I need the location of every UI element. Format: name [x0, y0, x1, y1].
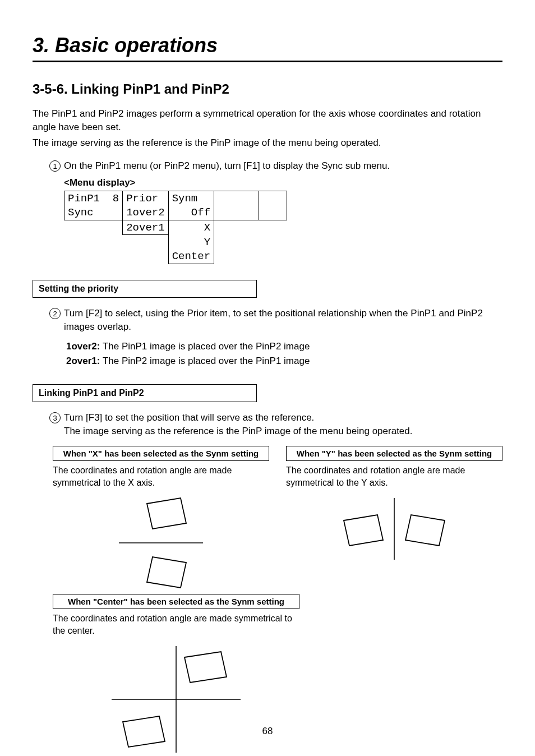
menu-cell: [214, 191, 259, 206]
step-2: 2 Turn [F2] to select, using the Prior i…: [49, 307, 502, 334]
def-text: The PinP2 image is placed over the PinP1…: [100, 356, 310, 366]
synm-y-heading: When "Y" has been selected as the Synm s…: [286, 446, 502, 461]
svg-marker-8: [185, 652, 227, 683]
synm-center-body: The coordinates and rotation angle are m…: [53, 612, 299, 638]
synm-x-body: The coordinates and rotation angle are m…: [53, 464, 269, 490]
def-1over2: 1over2: The PinP1 image is placed over t…: [66, 339, 502, 354]
menu-cell: PinP1 8: [64, 191, 123, 206]
synm-y-body: The coordinates and rotation angle are m…: [286, 464, 502, 490]
step-3-text: Turn [F3] to set the position that will …: [64, 411, 502, 438]
synm-y-block: When "Y" has been selected as the Synm s…: [286, 446, 502, 591]
menu-cell: Off: [168, 206, 214, 220]
menu-display-table: PinP1 8 Prior Synm Sync 1over2 Off 2over…: [64, 191, 287, 264]
svg-marker-2: [147, 557, 186, 588]
menu-cell: 2over1: [123, 220, 168, 235]
menu-cell: Sync: [64, 206, 123, 220]
menu-cell: Y: [168, 235, 214, 250]
step-1-number-icon: 1: [49, 160, 61, 172]
priority-heading-box: Setting the priority: [33, 280, 257, 298]
svg-marker-4: [344, 515, 383, 546]
step-1: 1 On the PinP1 menu (or PinP2 menu), tur…: [49, 159, 502, 173]
intro-paragraph-2: The image serving as the reference is th…: [33, 136, 502, 150]
step-3: 3 Turn [F3] to set the position that wil…: [49, 411, 502, 438]
step-2-number-icon: 2: [49, 308, 61, 319]
page-number: 68: [0, 726, 535, 737]
section-title: 3-5-6. Linking PinP1 and PinP2: [33, 81, 502, 97]
menu-display-label: <Menu display>: [64, 177, 502, 188]
step-3-line-2: The image serving as the reference is th…: [64, 426, 413, 436]
menu-cell: [259, 191, 287, 206]
synm-y-diagram-icon: [330, 495, 459, 563]
menu-cell: 1over2: [123, 206, 168, 220]
step-3-line-1: Turn [F3] to set the position that will …: [64, 412, 314, 423]
menu-cell: [214, 206, 259, 220]
def-term: 2over1:: [66, 356, 100, 366]
step-2-text: Turn [F2] to select, using the Prior ite…: [64, 307, 502, 334]
def-text: The PinP1 image is placed over the PinP2…: [100, 341, 310, 352]
step-3-number-icon: 3: [49, 412, 61, 423]
synm-x-heading: When "X" has been selected as the Synm s…: [53, 446, 269, 461]
svg-marker-5: [405, 515, 445, 546]
svg-marker-1: [147, 498, 186, 529]
linking-heading-box: Linking PinP1 and PinP2: [33, 384, 257, 402]
def-term: 1over2:: [66, 341, 100, 352]
menu-cell: [259, 206, 287, 220]
synm-x-block: When "X" has been selected as the Synm s…: [53, 446, 269, 591]
priority-definitions: 1over2: The PinP1 image is placed over t…: [66, 339, 502, 369]
menu-cell: Center: [168, 250, 214, 264]
menu-cell: Prior: [123, 191, 168, 206]
menu-cell: Synm: [168, 191, 214, 206]
def-2over1: 2over1: The PinP2 image is placed over t…: [66, 354, 502, 368]
menu-cell: X: [168, 220, 214, 235]
synm-x-diagram-icon: [108, 495, 214, 591]
intro-paragraph-1: The PinP1 and PinP2 images perform a sym…: [33, 107, 502, 134]
step-1-text: On the PinP1 menu (or PinP2 menu), turn …: [64, 159, 502, 173]
synm-center-diagram-icon: [100, 643, 252, 755]
synm-center-heading: When "Center" has been selected as the S…: [53, 594, 299, 609]
chapter-title: 3. Basic operations: [33, 34, 502, 62]
